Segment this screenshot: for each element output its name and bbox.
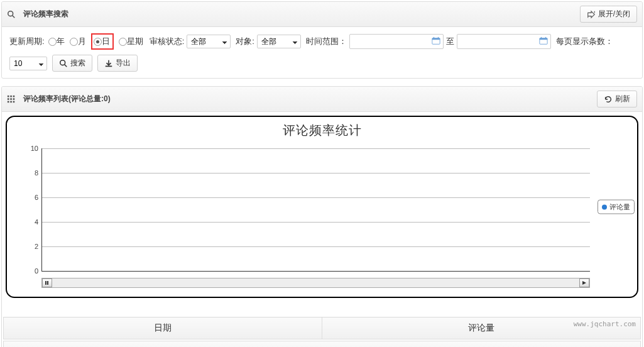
grid-line	[42, 148, 590, 149]
radio-week[interactable]	[119, 38, 127, 46]
radio-day[interactable]	[94, 38, 102, 46]
chart-watermark: www.jqchart.com	[574, 320, 636, 328]
grid-line	[42, 173, 590, 174]
calendar-icon	[432, 36, 440, 45]
radio-day-wrap[interactable]: 日	[91, 33, 114, 50]
list-panel-header: 评论频率列表(评论总量:0) 刷新	[2, 87, 642, 112]
list-panel-title: 评论频率列表(评论总量:0)	[23, 94, 111, 104]
chart-legend: 评论量	[598, 200, 635, 214]
svg-marker-23	[582, 281, 586, 285]
radio-year-wrap[interactable]: 年	[48, 36, 65, 47]
list-panel: 评论频率列表(评论总量:0) 刷新 评论频率统计 0246810 评论量	[1, 86, 643, 347]
svg-rect-22	[47, 281, 48, 285]
scroll-left-button[interactable]	[42, 278, 52, 287]
chart-area: 评论频率统计 0246810 评论量	[6, 116, 638, 298]
y-tick-label: 0	[25, 267, 38, 275]
audit-status-select[interactable]: 全部	[187, 35, 231, 48]
audit-status-label: 审核状态:	[150, 36, 185, 47]
export-button-label: 导出	[116, 58, 131, 69]
search-button-label: 搜索	[70, 58, 85, 69]
filter-row-2: 10 搜索 导出	[9, 55, 635, 72]
y-tick-label: 10	[25, 145, 38, 152]
svg-rect-13	[10, 96, 12, 97]
col-date-header: 日期	[4, 317, 322, 339]
filter-row-1: 更新周期: 年 月 日 星期 审核状态: 全部 对象:	[9, 33, 635, 50]
chart-title: 评论频率统计	[7, 117, 637, 141]
svg-line-1	[13, 16, 15, 18]
svg-rect-18	[8, 101, 9, 103]
grid-icon	[7, 94, 17, 104]
legend-marker	[602, 204, 607, 209]
radio-month[interactable]	[70, 38, 78, 46]
toggle-icon	[587, 9, 596, 19]
search-button[interactable]: 搜索	[52, 55, 92, 72]
y-tick-label: 4	[25, 218, 38, 226]
search-panel-title: 评论频率搜索	[23, 9, 68, 19]
chart-container: 评论频率统计 0246810 评论量 www.jqchart.com	[2, 116, 642, 316]
refresh-icon	[604, 94, 613, 104]
search-panel: 评论频率搜索 展开/关闭 更新周期: 年 月 日	[1, 1, 643, 79]
time-range-label: 时间范围：	[306, 36, 347, 47]
svg-rect-14	[13, 96, 15, 97]
radio-month-label: 月	[78, 36, 86, 47]
search-panel-body: 更新周期: 年 月 日 星期 审核状态: 全部 对象:	[2, 27, 642, 78]
calendar-icon	[539, 36, 548, 45]
svg-rect-3	[432, 38, 440, 40]
grid-line	[42, 246, 590, 247]
svg-rect-12	[8, 96, 9, 97]
chart-plot: 0246810	[41, 148, 590, 272]
y-tick-label: 8	[25, 169, 38, 177]
scroll-right-button[interactable]	[579, 278, 589, 287]
svg-point-10	[60, 60, 65, 65]
search-icon	[59, 58, 68, 68]
update-cycle-label: 更新周期:	[9, 36, 45, 47]
chart-scrollbar[interactable]	[41, 278, 590, 288]
date-from-input[interactable]	[349, 34, 444, 49]
svg-rect-17	[13, 99, 15, 101]
legend-label: 评论量	[609, 202, 630, 212]
per-page-label: 每页显示条数：	[556, 36, 613, 47]
svg-rect-21	[45, 281, 46, 285]
svg-rect-19	[10, 101, 12, 103]
date-to-input[interactable]	[457, 34, 551, 49]
radio-year-label: 年	[57, 36, 65, 47]
svg-rect-15	[8, 99, 9, 101]
radio-day-label: 日	[102, 36, 110, 47]
toggle-button-label: 展开/关闭	[598, 9, 630, 19]
grid-line	[42, 197, 590, 198]
target-select[interactable]: 全部	[257, 35, 301, 48]
results-table: 日期 评论量	[3, 317, 641, 339]
svg-rect-20	[13, 101, 15, 103]
target-label: 对象:	[236, 36, 254, 47]
export-button[interactable]: 导出	[97, 55, 138, 72]
svg-line-11	[65, 65, 67, 67]
radio-month-wrap[interactable]: 月	[70, 36, 86, 47]
svg-rect-16	[10, 99, 12, 101]
table-footer	[3, 341, 641, 347]
radio-week-wrap[interactable]: 星期	[119, 36, 143, 47]
download-icon	[104, 58, 113, 68]
svg-point-0	[8, 11, 13, 16]
y-tick-label: 6	[25, 194, 38, 201]
refresh-button-label: 刷新	[615, 94, 630, 104]
table-header-row: 日期 评论量	[4, 317, 641, 339]
grid-line	[42, 222, 590, 223]
toggle-button[interactable]: 展开/关闭	[580, 6, 637, 23]
per-page-select[interactable]: 10	[9, 57, 47, 70]
search-panel-header: 评论频率搜索 展开/关闭	[2, 2, 642, 27]
refresh-button[interactable]: 刷新	[597, 91, 637, 107]
to-label: 至	[446, 36, 454, 47]
svg-rect-7	[540, 38, 547, 40]
y-tick-label: 2	[25, 243, 38, 250]
radio-week-label: 星期	[127, 36, 143, 47]
search-icon	[7, 9, 17, 19]
radio-year[interactable]	[48, 38, 57, 46]
